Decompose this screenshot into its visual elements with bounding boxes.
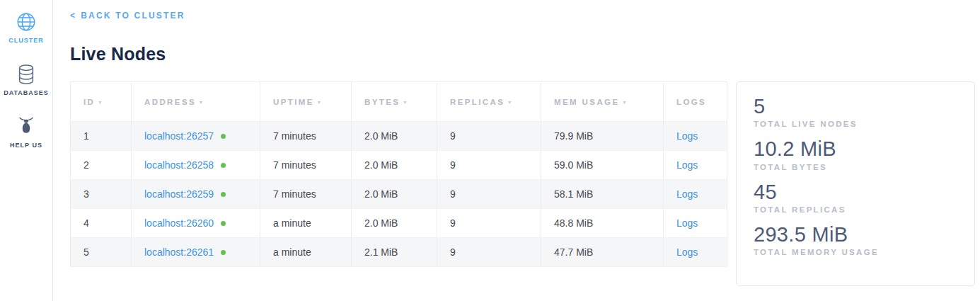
node-address-link[interactable]: localhost:26260 (144, 217, 214, 229)
node-id-cell: 1 (71, 122, 132, 151)
sidebar-item-cluster[interactable]: CLUSTER (8, 10, 44, 44)
sort-arrow-icon: ▾ (403, 99, 408, 106)
live-status-icon (221, 163, 226, 168)
node-uptime-cell: a minute (260, 238, 352, 267)
node-replicas-cell: 9 (437, 151, 541, 180)
node-bytes-cell: 2.0 MiB (352, 209, 437, 238)
node-mem-usage-cell: 47.7 MiB (541, 238, 664, 267)
sidebar-item-databases[interactable]: DATABASES (4, 62, 49, 96)
globe-icon (16, 10, 37, 34)
summary-label: TOTAL BYTES (754, 163, 957, 171)
node-address-link[interactable]: localhost:26261 (144, 246, 214, 258)
node-logs-cell: Logs (664, 180, 727, 209)
node-uptime-cell: 7 minutes (260, 180, 352, 209)
logs-link[interactable]: Logs (676, 130, 698, 142)
column-header-id[interactable]: ID▾ (71, 82, 132, 122)
node-replicas-cell: 9 (437, 238, 541, 267)
live-nodes-table: ID▾ ADDRESS▾ UPTIME▾ BYTES▾ REPLICAS▾ ME… (70, 81, 727, 267)
summary-value: 10.2 MiB (754, 137, 957, 161)
node-address-cell: localhost:26257 (132, 122, 260, 151)
node-bytes-cell: 2.0 MiB (352, 122, 437, 151)
logs-link[interactable]: Logs (676, 217, 698, 229)
node-address-link[interactable]: localhost:26257 (144, 130, 214, 142)
sort-arrow-icon: ▾ (98, 99, 103, 106)
node-replicas-cell: 9 (437, 209, 541, 238)
node-uptime-cell: 7 minutes (260, 151, 352, 180)
column-header-mem-usage[interactable]: MEM USAGE▾ (541, 82, 664, 122)
sort-arrow-icon: ▾ (200, 99, 204, 106)
table-row: 2 localhost:26258 7 minutes 2.0 MiB 9 59… (71, 151, 727, 180)
node-address-cell: localhost:26261 (132, 238, 260, 267)
logs-link[interactable]: Logs (676, 159, 698, 171)
database-icon (16, 62, 37, 86)
node-mem-usage-cell: 58.1 MiB (541, 180, 664, 209)
summary-total-memory-usage: 293.5 MiB TOTAL MEMORY USAGE (754, 223, 957, 256)
node-id-cell: 3 (71, 180, 132, 209)
node-uptime-cell: 7 minutes (260, 122, 352, 151)
sort-arrow-icon: ▾ (318, 99, 322, 106)
node-mem-usage-cell: 79.9 MiB (541, 122, 664, 151)
summary-label: TOTAL MEMORY USAGE (754, 248, 957, 256)
summary-total-bytes: 10.2 MiB TOTAL BYTES (754, 137, 957, 171)
live-nodes-page: CLUSTER DATABASES (0, 0, 980, 301)
live-status-icon (221, 221, 226, 226)
sidebar-item-help-us[interactable]: HELP US (10, 115, 42, 149)
sidebar-item-label: CLUSTER (8, 37, 44, 44)
column-header-address[interactable]: ADDRESS▾ (132, 82, 260, 122)
summary-total-replicas: 45 TOTAL REPLICAS (754, 181, 957, 214)
back-to-cluster-link[interactable]: <BACK TO CLUSTER (70, 11, 185, 21)
sidebar: CLUSTER DATABASES (0, 0, 53, 301)
node-logs-cell: Logs (664, 209, 727, 238)
node-mem-usage-cell: 59.0 MiB (541, 151, 664, 180)
logs-link[interactable]: Logs (676, 246, 698, 258)
node-bytes-cell: 2.0 MiB (352, 180, 437, 209)
summary-total-live-nodes: 5 TOTAL LIVE NODES (754, 95, 957, 128)
node-logs-cell: Logs (664, 238, 727, 267)
node-id-cell: 5 (71, 238, 132, 267)
sort-arrow-icon: ▾ (623, 99, 628, 106)
page-title: Live Nodes (70, 44, 975, 64)
column-header-logs: LOGS (664, 82, 727, 122)
table-header-row: ID▾ ADDRESS▾ UPTIME▾ BYTES▾ REPLICAS▾ ME… (71, 82, 727, 122)
live-status-icon (221, 250, 226, 255)
sort-arrow-icon: ▾ (508, 99, 512, 106)
summary-label: TOTAL LIVE NODES (754, 120, 957, 128)
summary-value: 293.5 MiB (754, 223, 957, 246)
node-uptime-cell: a minute (260, 209, 352, 238)
table-row: 3 localhost:26259 7 minutes 2.0 MiB 9 58… (71, 180, 727, 209)
node-id-cell: 4 (71, 209, 132, 238)
sidebar-item-label: DATABASES (4, 89, 49, 96)
summary-label: TOTAL REPLICAS (754, 205, 957, 214)
node-address-link[interactable]: localhost:26258 (144, 159, 214, 171)
node-replicas-cell: 9 (437, 180, 541, 209)
node-replicas-cell: 9 (437, 122, 541, 151)
summary-value: 5 (754, 95, 957, 118)
node-mem-usage-cell: 48.8 MiB (541, 209, 664, 238)
node-address-link[interactable]: localhost:26259 (144, 188, 214, 200)
column-header-bytes[interactable]: BYTES▾ (352, 82, 437, 122)
back-link-label: BACK TO CLUSTER (81, 11, 185, 21)
chevron-left-icon: < (70, 11, 76, 21)
node-logs-cell: Logs (664, 151, 727, 180)
content-row: ID▾ ADDRESS▾ UPTIME▾ BYTES▾ REPLICAS▾ ME… (70, 81, 975, 286)
cluster-summary-panel: 5 TOTAL LIVE NODES 10.2 MiB TOTAL BYTES … (736, 81, 975, 286)
column-header-replicas[interactable]: REPLICAS▾ (437, 82, 541, 122)
main-content: <BACK TO CLUSTER Live Nodes ID▾ ADDRESS▾… (53, 0, 980, 301)
node-logs-cell: Logs (664, 122, 727, 151)
table-row: 4 localhost:26260 a minute 2.0 MiB 9 48.… (71, 209, 727, 238)
table-row: 1 localhost:26257 7 minutes 2.0 MiB 9 79… (71, 122, 727, 151)
table-row: 5 localhost:26261 a minute 2.1 MiB 9 47.… (71, 238, 727, 267)
node-address-cell: localhost:26258 (132, 151, 260, 180)
sidebar-item-label: HELP US (10, 142, 42, 149)
node-address-cell: localhost:26259 (132, 180, 260, 209)
column-header-uptime[interactable]: UPTIME▾ (260, 82, 352, 122)
live-status-icon (221, 134, 226, 139)
node-bytes-cell: 2.1 MiB (352, 238, 437, 267)
live-status-icon (221, 192, 226, 197)
cockroach-icon (16, 115, 37, 139)
logs-link[interactable]: Logs (676, 188, 698, 200)
node-bytes-cell: 2.0 MiB (352, 151, 437, 180)
node-address-cell: localhost:26260 (132, 209, 260, 238)
summary-value: 45 (754, 181, 957, 204)
node-id-cell: 2 (71, 151, 132, 180)
